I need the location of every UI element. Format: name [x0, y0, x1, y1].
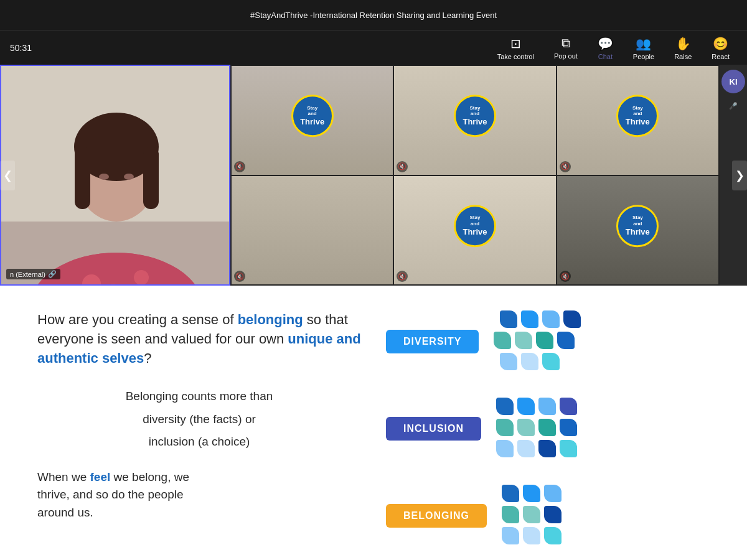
puzzle-piece: [523, 527, 540, 544]
content-area: How are you creating a sense of belongin…: [0, 286, 747, 560]
meeting-title: #StayAndThrive -International Retention …: [250, 11, 497, 20]
svg-point-12: [134, 270, 149, 285]
take-control-button[interactable]: ⊡ Take control: [490, 32, 542, 63]
video-area: n (External) 🔗 ❮ Stayand Thrive 🔇 Stayan…: [0, 65, 747, 286]
stay-thrive-badge-2: Stayand Thrive: [454, 95, 496, 137]
participant-bg-4: [232, 176, 393, 285]
take-control-label: Take control: [497, 52, 534, 60]
participant-cell-3: Stayand Thrive 🔇: [557, 66, 718, 175]
puzzle-piece: [542, 353, 560, 370]
people-label: People: [633, 52, 654, 60]
puzzle-piece: [536, 332, 553, 349]
diversity-row: DIVERSITY: [386, 310, 647, 373]
content-thrive-3: around us.: [37, 504, 361, 522]
participant-cell-6: Stayand Thrive 🔇: [557, 176, 718, 285]
mic-off-3: 🔇: [560, 161, 571, 172]
stay-thrive-badge-3: Stayand Thrive: [616, 95, 659, 137]
mic-off-5: 🔇: [397, 271, 408, 282]
raise-icon: ✋: [675, 35, 691, 50]
main-speaker: n (External) 🔗: [0, 65, 230, 286]
react-label: React: [712, 52, 730, 60]
speaker-video: [1, 66, 229, 284]
puzzle-piece: [538, 398, 556, 415]
pop-out-button[interactable]: ⧉ Pop out: [547, 32, 585, 63]
puzzle-piece: [538, 440, 556, 457]
content-thrive-2: thrive, and so do the people: [37, 486, 361, 504]
participant-cell-1: Stayand Thrive 🔇: [232, 66, 393, 175]
content-sub-2: diversity (the facts) or: [37, 411, 361, 429]
toolbar-actions: ⊡ Take control ⧉ Pop out 💬 Chat 👥 People…: [490, 32, 737, 63]
puzzle-piece: [500, 353, 517, 370]
participant-cell-5: Stayand Thrive 🔇: [394, 176, 555, 285]
avatar-circle-ki: KI: [721, 70, 745, 93]
mic-off-4: 🔇: [234, 271, 245, 282]
pop-out-label: Pop out: [554, 52, 578, 60]
toolbar: 50:31 ⊡ Take control ⧉ Pop out 💬 Chat 👥 …: [0, 30, 747, 65]
react-button[interactable]: 😊 React: [704, 32, 737, 63]
puzzle-piece: [496, 398, 514, 415]
puzzle-piece: [500, 310, 517, 328]
belonging-section: Belonging counts more than diversity (th…: [37, 388, 361, 451]
puzzle-piece: [496, 419, 514, 436]
puzzle-piece: [517, 440, 535, 457]
participant-cell-4: 🔇: [232, 176, 393, 285]
puzzle-piece: [523, 506, 540, 523]
take-control-icon: ⊡: [510, 35, 521, 50]
puzzle-piece: [560, 440, 577, 457]
mic-off-2: 🔇: [397, 161, 408, 172]
chat-button[interactable]: 💬 Chat: [590, 32, 621, 63]
avatar-initials: KI: [730, 77, 738, 86]
puzzle-piece: [502, 485, 519, 502]
speaker-label: n (External) 🔗: [6, 269, 60, 279]
participant-cell-2: Stayand Thrive 🔇: [394, 66, 555, 175]
top-bar: #StayAndThrive -International Retention …: [0, 0, 747, 30]
chat-icon: 💬: [598, 35, 613, 50]
timer: 50:31: [10, 43, 32, 53]
belonging-badge: BELONGING: [386, 504, 487, 528]
puzzle-piece: [557, 332, 575, 349]
belonging-row: BELONGING: [386, 485, 647, 547]
stay-thrive-badge-1: Stayand Thrive: [291, 95, 334, 137]
participants-grid: Stayand Thrive 🔇 Stayand Thrive 🔇 Stayan…: [230, 65, 720, 286]
puzzle-piece: [538, 419, 556, 436]
puzzle-piece: [502, 527, 519, 544]
puzzle-piece: [515, 332, 532, 349]
puzzle-piece: [542, 310, 560, 328]
people-icon: 👥: [636, 35, 651, 50]
raise-button[interactable]: ✋ Raise: [667, 32, 699, 63]
left-arrow-icon: ❮: [3, 169, 12, 182]
svg-point-8: [99, 174, 109, 180]
right-arrow-icon: ❯: [735, 169, 745, 182]
content-thrive-1: When we feel we belong, we: [37, 469, 361, 487]
highlight-feel: feel: [90, 470, 110, 483]
svg-rect-6: [75, 147, 90, 209]
puzzle-piece: [521, 353, 538, 370]
speaker-icon: 🔗: [48, 270, 57, 278]
inclusion-puzzle: [496, 398, 647, 460]
grid-nav-left[interactable]: ❮: [0, 161, 15, 190]
highlight-unique: unique and authentic selves: [37, 331, 361, 366]
content-sub-3: inclusion (a choice): [37, 433, 361, 451]
grid-nav-right[interactable]: ❯: [732, 161, 747, 190]
question-section: How are you creating a sense of belongin…: [37, 310, 361, 368]
content-right: DIVERSITY INCLUSION: [386, 310, 647, 560]
react-icon: 😊: [713, 35, 728, 50]
mic-off-6: 🔇: [560, 271, 571, 282]
puzzle-piece: [517, 419, 535, 436]
puzzle-piece: [560, 398, 577, 415]
stay-thrive-badge-6: Stayand Thrive: [616, 205, 659, 247]
puzzle-piece: [563, 310, 581, 328]
puzzle-piece: [521, 310, 538, 328]
speaker-name: n (External): [10, 271, 45, 278]
content-left: How are you creating a sense of belongin…: [37, 310, 361, 560]
mic-off-1: 🔇: [234, 161, 245, 172]
highlight-belonging: belonging: [238, 312, 303, 327]
avatar-mic-icon: 🎤: [729, 102, 738, 110]
content-question: How are you creating a sense of belongin…: [37, 310, 361, 368]
puzzle-piece: [494, 332, 511, 349]
stay-thrive-badge-5: Stayand Thrive: [454, 205, 496, 247]
people-button[interactable]: 👥 People: [626, 32, 662, 63]
svg-rect-7: [143, 147, 159, 209]
content-sub-1: Belonging counts more than: [37, 388, 361, 406]
puzzle-piece: [544, 485, 561, 502]
